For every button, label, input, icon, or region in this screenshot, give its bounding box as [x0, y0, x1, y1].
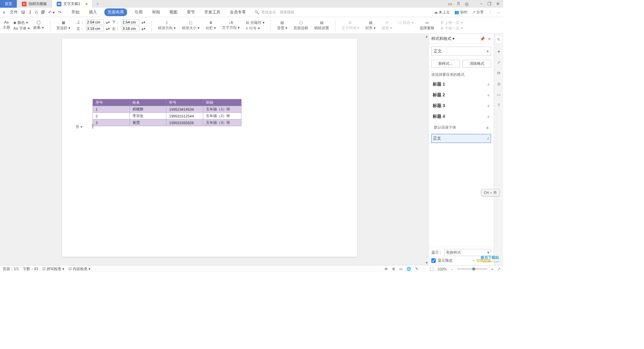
table-row[interactable]: 2李宗生199531512544五年级（2）班 [93, 113, 241, 119]
show-style-select[interactable]: 有效样式▾ [444, 249, 491, 256]
status-spellcheck[interactable]: ☑ 拼写检查 ▾ [42, 266, 64, 271]
ribbon-tab-devtools[interactable]: 开发工具 [202, 8, 222, 16]
style-item-heading4[interactable]: 标题 4↲ [431, 112, 491, 121]
style-item-heading1[interactable]: 标题 1↲ [431, 80, 491, 89]
ribbon-tab-reference[interactable]: 引用 [132, 8, 145, 16]
pane-scrollbar[interactable]: ▴ ▾ [425, 34, 428, 265]
zoom-out-button[interactable]: − [451, 267, 453, 271]
grid-apps-icon[interactable]: ⠿ [457, 1, 460, 6]
view-outline-icon[interactable]: ≣ [392, 267, 395, 271]
show-preview-checkbox[interactable] [431, 258, 436, 263]
ribbon-tab-start[interactable]: 开始 [69, 8, 82, 16]
zoom-label[interactable]: 100% [437, 267, 447, 271]
ime-badge[interactable]: CH ⌁ 简 [481, 189, 500, 196]
status-words[interactable]: 字数：43 [23, 266, 38, 271]
paperset-button[interactable]: ▤稿纸设置 [314, 20, 329, 31]
margin-bottom-input[interactable] [121, 19, 140, 25]
document-page[interactable] [62, 39, 357, 257]
new-style-button[interactable]: 新样式... [431, 60, 460, 67]
style-item-normal[interactable]: 正文↲ [431, 134, 491, 143]
effect-button[interactable]: ◯效果 ▾ [33, 20, 44, 31]
minimize-button[interactable]: − [480, 1, 483, 6]
ribbon-tab-premium[interactable]: 会员专享 [228, 8, 248, 16]
share-button[interactable]: ↗ 分享 [472, 10, 484, 15]
current-style-select[interactable]: 正文▾ [431, 47, 491, 56]
print-preview-icon[interactable]: 🗐 [41, 10, 45, 15]
margin-top-input[interactable] [86, 19, 104, 25]
margin-button[interactable]: ▦页边距 ▾ [56, 20, 70, 31]
style-item-heading3[interactable]: 标题 3↲ [431, 101, 491, 110]
close-pane-icon[interactable]: ✕ [488, 37, 491, 41]
style-item-default-font[interactable]: 默认段落字体a [434, 125, 488, 130]
ribbon-tab-chapter[interactable]: 章节 [185, 8, 197, 16]
strip-limit-icon[interactable]: ⟳ [497, 71, 500, 76]
redo-icon[interactable]: ↷ [58, 10, 61, 15]
hamburger-icon[interactable]: ≡ [3, 10, 5, 15]
new-tab-button[interactable]: + [93, 0, 103, 8]
table-row[interactable]: 1程晓辉199523414534五年级（1）班 [93, 106, 241, 113]
layout-switch-icon[interactable]: ▭ [448, 1, 452, 6]
view-read-icon[interactable]: ▭ [399, 267, 402, 271]
ribbon-tab-view[interactable]: 视图 [167, 8, 179, 16]
menu-file[interactable]: 文件 [10, 9, 18, 15]
theme-button[interactable]: Aa主题 [3, 20, 10, 31]
tabs-bar: 首页 D 找稻壳模板 W 文字文稿1 + ▭ ⠿ ◎ − ❐ ✕ [0, 0, 503, 8]
ribbon-tab-pagelayout[interactable]: 页面布局 [104, 8, 127, 16]
view-eye-icon[interactable]: 👁 [384, 267, 388, 271]
restore-button[interactable]: ❐ [487, 1, 491, 6]
align-button[interactable]: ▤对齐 ▾ [365, 20, 376, 31]
tab-home[interactable]: 首页 [0, 0, 17, 8]
strip-help-icon[interactable]: ? [497, 103, 500, 108]
separator-button[interactable]: ⊟ 分隔符 ▾ [246, 20, 265, 25]
table-row[interactable]: 3黄霞199531565626五年级（3）班 [93, 119, 241, 126]
strip-location-icon[interactable]: ◎ [497, 82, 500, 86]
tab-document[interactable]: W 文字文稿1 [52, 0, 93, 8]
strip-styles-icon[interactable]: ✎ [496, 36, 502, 43]
margin-left-input[interactable] [86, 26, 104, 31]
print-icon[interactable]: ⎙ [35, 10, 38, 15]
ribbon-tab-review[interactable]: 审阅 [150, 8, 162, 16]
window-icons: ▭ ⠿ ◎ − ❐ ✕ [448, 0, 503, 8]
font-button[interactable]: Aa 字体 ▾ [13, 26, 30, 31]
status-page[interactable]: 页面：1/1 [3, 266, 19, 271]
textdirection-button[interactable]: ↕A文字方向 ▾ [222, 20, 240, 30]
color-button[interactable]: ◆ 颜色 ▾ [13, 20, 30, 25]
zoom-slider[interactable] [457, 268, 487, 269]
margin-right-input[interactable] [121, 26, 140, 31]
clear-format-button[interactable]: 清除格式 [463, 60, 491, 67]
close-button[interactable]: ✕ [496, 1, 500, 6]
collapse-ribbon-icon[interactable]: ︿ [497, 10, 500, 15]
status-contentcheck[interactable]: ☑ 内容检查 ▾ [68, 266, 91, 271]
zoom-in-button[interactable]: + [491, 267, 493, 271]
tab-templates[interactable]: D 找稻壳模板 [17, 0, 52, 8]
strip-select-icon[interactable]: ⬀ [497, 60, 500, 65]
document-viewport[interactable]: 🖹 ▾ 序号 姓名 学号 班级 1程晓辉199523414534五年级（1）班 … [0, 34, 425, 265]
style-item-heading2[interactable]: 标题 2↲ [431, 91, 491, 99]
export-icon[interactable]: ↧ [29, 10, 32, 15]
pageborder-button[interactable]: ▢页面边框 [293, 20, 308, 31]
search-box[interactable]: 🔍 查找命令、搜索模板 [255, 10, 294, 15]
background-button[interactable]: ▨背景 ▾ [277, 20, 287, 31]
smart-layout-button[interactable]: ✧ 智能排版 [472, 258, 491, 263]
ribbon-tab-insert[interactable]: 插入 [87, 8, 99, 16]
columns-button[interactable]: ≣分栏 ▾ [206, 20, 216, 31]
cloud-status[interactable]: ☁ 未上云 [434, 10, 450, 15]
pin-icon[interactable]: 📌 [480, 37, 485, 41]
selection-pane-button[interactable]: ▭选择窗格 [420, 20, 434, 31]
strip-properties-icon[interactable]: ✦ [497, 49, 500, 54]
user-avatar-icon[interactable]: ◎ [465, 1, 469, 6]
view-web-icon[interactable]: 🌐 [407, 267, 411, 271]
document-table[interactable]: 序号 姓名 学号 班级 1程晓辉199523414534五年级（1）班 2李宗生… [93, 99, 241, 126]
strip-read-icon[interactable]: ▭ [497, 92, 500, 97]
save-icon[interactable]: 🖫 [21, 10, 25, 15]
papersize-button[interactable]: ▢纸张大小 ▾ [182, 20, 200, 31]
fullscreen-icon[interactable]: ⤢ [497, 267, 500, 271]
view-draft-icon[interactable]: ✎ [415, 267, 418, 271]
orientation-button[interactable]: ▯纸张方向 ▾ [158, 20, 176, 31]
fit-page-icon[interactable]: ⛶ [430, 267, 433, 271]
rotate-icon: ⟳ [385, 20, 388, 25]
undo-icon[interactable]: ↶ ▾ [48, 10, 55, 15]
collaborate-button[interactable]: 👥 协作 [454, 10, 468, 15]
more-menu-icon[interactable]: ⋮ [488, 10, 492, 14]
lineno-button[interactable]: ≡ 行号 ▾ [246, 26, 265, 31]
